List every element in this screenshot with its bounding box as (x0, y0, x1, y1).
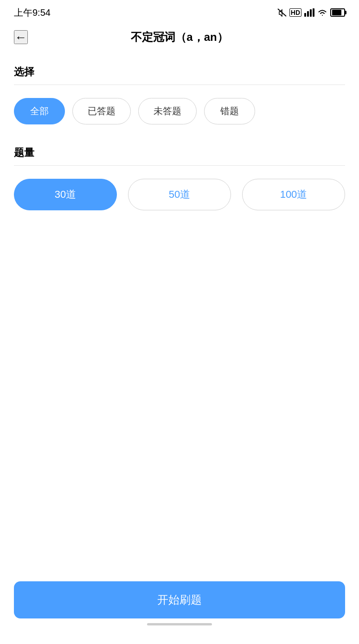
status-icons: HD (277, 8, 345, 17)
status-bar: 上午9:54 HD (0, 0, 359, 23)
count-row: 30道 50道 100道 (14, 179, 345, 210)
count-btn-30[interactable]: 30道 (14, 179, 117, 210)
svg-rect-3 (310, 9, 312, 17)
main-content: 选择 全部 已答题 未答题 错题 题量 30道 50道 100道 (0, 51, 359, 572)
hd-badge: HD (289, 8, 301, 17)
count-btn-100[interactable]: 100道 (242, 179, 345, 210)
top-nav: ← 不定冠词（a，an） (0, 23, 359, 51)
page-title: 不定冠词（a，an） (131, 30, 228, 45)
status-time: 上午9:54 (14, 7, 51, 19)
back-button[interactable]: ← (14, 30, 28, 44)
bottom-area: 开始刷题 (0, 572, 359, 644)
filter-btn-answered[interactable]: 已答题 (72, 98, 131, 124)
svg-rect-1 (304, 13, 306, 17)
count-btn-50[interactable]: 50道 (128, 179, 231, 210)
filter-btn-wrong[interactable]: 错题 (204, 98, 255, 124)
signal-icon (304, 8, 314, 17)
filter-row: 全部 已答题 未答题 错题 (14, 98, 345, 124)
count-section-label: 题量 (14, 146, 345, 160)
svg-rect-4 (313, 8, 314, 17)
filter-section-label: 选择 (14, 65, 345, 79)
filter-btn-unanswered[interactable]: 未答题 (138, 98, 197, 124)
start-button[interactable]: 开始刷题 (14, 581, 345, 618)
home-indicator (147, 623, 212, 625)
svg-rect-2 (307, 11, 309, 17)
mute-icon (277, 8, 287, 17)
filter-divider (14, 85, 345, 85)
wifi-icon (317, 8, 327, 17)
filter-btn-all[interactable]: 全部 (14, 98, 65, 124)
battery-icon (330, 8, 345, 17)
count-divider (14, 165, 345, 166)
